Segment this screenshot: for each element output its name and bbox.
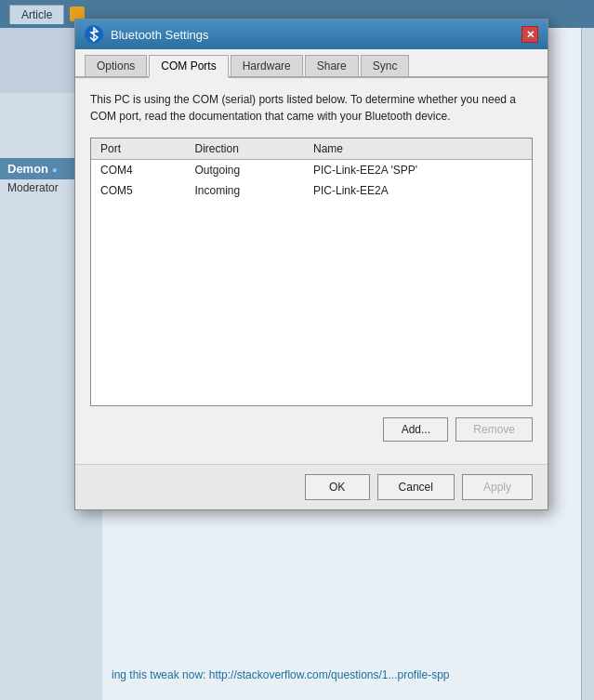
bottom-link[interactable]: ing this tweak now: http://stackoverflow… (112, 668, 585, 681)
dialog-footer: OK Cancel Apply (75, 464, 548, 509)
dialog-titlebar: Bluetooth Settings ✕ (75, 20, 548, 49)
direction-value: Incoming (185, 180, 304, 201)
port-value: COM5 (91, 180, 185, 201)
title-left: Bluetooth Settings (85, 25, 209, 44)
scrollbar-right[interactable] (581, 28, 594, 700)
col-port: Port (91, 139, 185, 160)
ports-table-container: Port Direction Name COM4 Outgoing PIC-Li… (90, 138, 533, 406)
dialog-body: This PC is using the COM (serial) ports … (75, 78, 548, 464)
bluetooth-dialog: Bluetooth Settings ✕ Options COM Ports H… (74, 19, 548, 510)
port-value: COM4 (91, 160, 185, 181)
port-action-buttons: Add... Remove (90, 417, 533, 442)
ok-button[interactable]: OK (305, 474, 370, 500)
article-tab[interactable]: Article (9, 5, 64, 24)
bluetooth-icon (85, 25, 103, 44)
apply-button[interactable]: Apply (462, 474, 533, 500)
tab-com-ports[interactable]: COM Ports (149, 55, 228, 78)
col-name: Name (304, 139, 532, 160)
name-value: PIC-Link-EE2A 'SPP' (304, 160, 532, 181)
remove-button[interactable]: Remove (455, 417, 533, 442)
tab-bar: Options COM Ports Hardware Share Sync (75, 49, 548, 78)
tab-hardware[interactable]: Hardware (231, 55, 303, 76)
cancel-button[interactable]: Cancel (377, 474, 455, 500)
description-text: This PC is using the COM (serial) ports … (90, 91, 533, 125)
add-button[interactable]: Add... (383, 417, 448, 442)
name-value: PIC-Link-EE2A (304, 180, 532, 201)
close-button[interactable]: ✕ (521, 26, 538, 43)
table-row[interactable]: COM5 Incoming PIC-Link-EE2A (91, 180, 532, 201)
ports-table: Port Direction Name COM4 Outgoing PIC-Li… (91, 139, 532, 201)
direction-value: Outgoing (185, 160, 304, 181)
tab-share[interactable]: Share (305, 55, 359, 76)
dialog-title: Bluetooth Settings (111, 28, 209, 42)
table-row[interactable]: COM4 Outgoing PIC-Link-EE2A 'SPP' (91, 160, 532, 181)
table-header-row: Port Direction Name (91, 139, 532, 160)
tab-sync[interactable]: Sync (361, 55, 410, 76)
col-direction: Direction (185, 139, 304, 160)
table-empty-space (91, 201, 532, 405)
tab-options[interactable]: Options (85, 55, 147, 76)
